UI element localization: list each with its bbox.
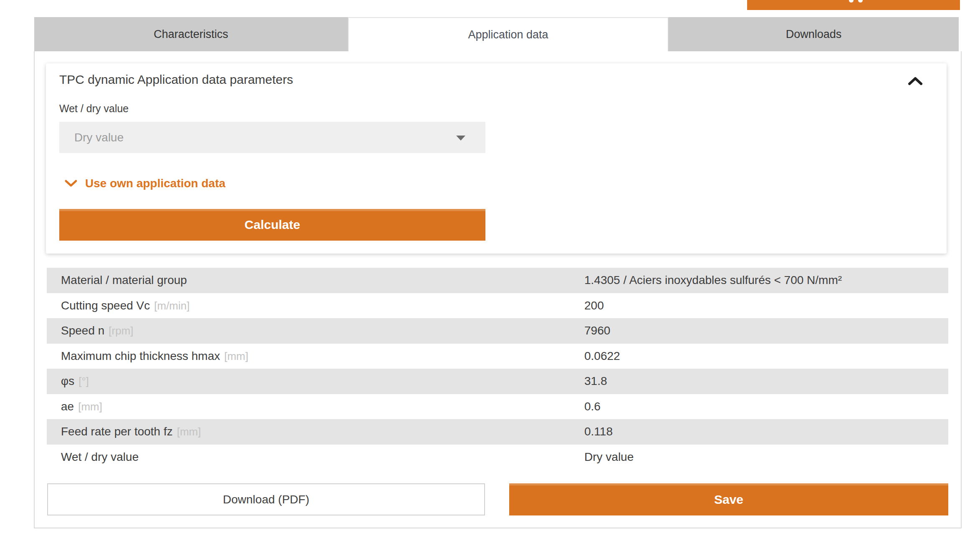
row-label: φs [61,375,74,387]
table-row: φs[°] 31.8 [47,369,948,394]
row-label: Wet / dry value [61,450,139,463]
row-label: Feed rate per tooth fz [61,425,173,438]
row-unit: [°] [78,375,89,387]
caret-down-icon [456,136,465,141]
page: Characteristics Application data Downloa… [0,0,980,543]
row-value: Dry value [584,450,948,464]
tab-bar: Characteristics Application data Downloa… [34,17,959,51]
wet-dry-field-label: Wet / dry value [59,103,129,115]
row-value: 200 [584,299,948,312]
save-button[interactable]: Save [509,483,948,515]
row-label: Speed n [61,324,104,337]
row-label-cell: Material / material group [47,274,584,287]
row-label-cell: Wet / dry value [47,450,584,464]
collapse-panel-button[interactable] [907,76,923,86]
table-row: Feed rate per tooth fz[mm] 0.118 [47,419,948,445]
use-own-application-data-link[interactable]: Use own application data [64,177,225,190]
row-label-cell: Cutting speed Vc[m/min] [47,299,584,312]
panel-title: TPC dynamic Application data parameters [59,73,293,87]
cutoff-button-dot-icon [858,0,863,3]
tab-application-data[interactable]: Application data [348,17,669,51]
row-label: Material / material group [61,274,187,287]
row-label-cell: Feed rate per tooth fz[mm] [47,425,584,438]
application-data-panel: TPC dynamic Application data parameters … [46,63,947,254]
application-data-table: Material / material group 1.4305 / Acier… [47,268,948,470]
row-label: ae [61,400,74,413]
top-cutoff-button[interactable] [747,0,960,10]
row-label-cell: Speed n[rpm] [47,324,584,337]
select-selected-value: Dry value [74,131,124,144]
row-unit: [rpm] [109,324,133,337]
row-value: 1.4305 / Aciers inoxydables sulfurés < 7… [584,274,948,287]
use-own-application-data-label: Use own application data [85,177,225,190]
row-unit: [mm] [78,400,102,413]
chevron-down-icon [64,179,78,188]
calculate-button[interactable]: Calculate [59,209,485,241]
table-row: ae[mm] 0.6 [47,394,948,420]
row-value: 0.0622 [584,349,948,363]
tab-characteristics[interactable]: Characteristics [34,17,348,51]
table-row: Wet / dry value Dry value [47,445,948,470]
row-unit: [m/min] [154,299,189,312]
table-row: Material / material group 1.4305 / Acier… [47,268,948,293]
cutoff-button-dot-icon [849,0,854,3]
row-value: 7960 [584,324,948,337]
row-unit: [mm] [177,425,201,438]
row-value: 31.8 [584,375,948,388]
row-label-cell: φs[°] [47,375,584,388]
row-unit: [mm] [224,350,248,362]
row-label-cell: Maximum chip thickness hmax[mm] [47,349,584,363]
table-row: Speed n[rpm] 7960 [47,318,948,344]
chevron-up-icon [907,76,923,86]
table-row: Maximum chip thickness hmax[mm] 0.0622 [47,344,948,369]
row-label-cell: ae[mm] [47,400,584,413]
row-label: Cutting speed Vc [61,299,150,312]
wet-dry-select[interactable]: Dry value [59,122,485,153]
row-value: 0.6 [584,400,948,413]
row-label: Maximum chip thickness hmax [61,349,220,362]
table-row: Cutting speed Vc[m/min] 200 [47,293,948,319]
download-pdf-button[interactable]: Download (PDF) [47,483,485,515]
row-value: 0.118 [584,425,948,438]
tab-downloads[interactable]: Downloads [669,17,959,51]
